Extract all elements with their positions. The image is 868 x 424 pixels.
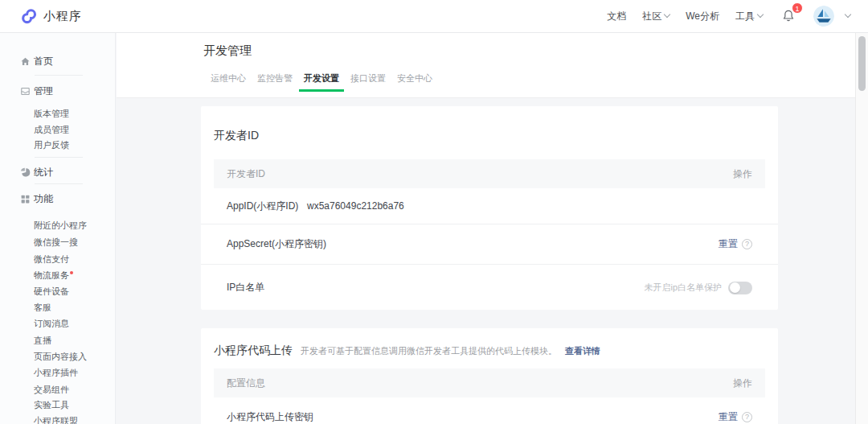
sidebar-item-label: 功能: [34, 192, 53, 206]
nav-tools-label: 工具: [735, 10, 755, 23]
tab-bar: 运维中心 监控告警 开发设置 接口设置 安全中心: [206, 72, 437, 92]
sidebar-item-page-content[interactable]: 页面内容接入: [34, 350, 87, 363]
help-icon[interactable]: ?: [742, 412, 752, 422]
appsecret-label: AppSecret(小程序密钥): [227, 237, 326, 251]
new-feature-dot: [70, 271, 73, 274]
sidebar-item-manage[interactable]: 管理: [20, 84, 53, 98]
sidebar-item-wechat-search[interactable]: 微信搜一搜: [34, 236, 78, 249]
grid-icon: [20, 194, 31, 204]
sidebar-item-features[interactable]: 功能: [20, 191, 53, 206]
notifications-button[interactable]: 1: [781, 9, 796, 23]
sidebar-item-plugin[interactable]: 小程序插件: [34, 366, 78, 379]
table-header-action: 操作: [733, 377, 752, 390]
ip-whitelist-toggle[interactable]: [728, 282, 752, 294]
sidebar-item-customer-service[interactable]: 客服: [34, 301, 51, 314]
sidebar-item-user-feedback[interactable]: 用户反馈: [34, 138, 69, 151]
nav-tools[interactable]: 工具: [733, 10, 765, 23]
sidebar-item-lab-tools[interactable]: 实验工具: [34, 398, 69, 411]
app-logo[interactable]: 小程序: [20, 8, 82, 25]
scrollbar-thumb[interactable]: [858, 36, 866, 91]
screen: 小程序 文档 社区 We分析 工具 1 首页: [0, 0, 868, 424]
nav-we-analytics[interactable]: We分析: [683, 10, 722, 23]
sidebar-item-stats[interactable]: 统计: [20, 165, 53, 179]
sidebar-divider: [35, 183, 83, 184]
sidebar-item-home[interactable]: 首页: [20, 54, 53, 68]
code-upload-title: 小程序代码上传: [214, 342, 293, 358]
tab-ops-center[interactable]: 运维中心: [206, 72, 251, 92]
sidebar-item-label: 统计: [34, 166, 53, 179]
code-upload-table-header: 配置信息 操作: [214, 368, 765, 397]
table-header-left: 开发者ID: [227, 167, 265, 181]
ip-whitelist-status: 未开启ip白名单保护: [644, 282, 722, 294]
code-upload-card: 小程序代码上传 开发者可基于配置信息调用微信开发者工具提供的代码上传模块。 查看…: [201, 328, 778, 424]
chevron-down-icon: [664, 11, 670, 18]
page-title: 开发管理: [203, 43, 252, 59]
sidebar-item-subscribe-message[interactable]: 订阅消息: [34, 317, 69, 330]
miniprogram-logo-icon: [20, 8, 37, 25]
nav-community-label: 社区: [642, 10, 661, 23]
appid-value: wx5a76049c212b6a76: [307, 200, 404, 212]
sidebar-item-trade-component[interactable]: 交易组件: [34, 383, 69, 396]
upload-key-row: 小程序代码上传密钥 重置 ?: [201, 397, 778, 424]
sidebar-item-member-manage[interactable]: 成员管理: [34, 123, 69, 136]
nav-community[interactable]: 社区: [640, 10, 672, 23]
table-header-action: 操作: [733, 167, 752, 181]
tab-dev-settings[interactable]: 开发设置: [299, 72, 344, 92]
sidebar-item-miniprogram-union[interactable]: 小程序联盟: [34, 414, 78, 424]
notification-badge: 1: [792, 2, 803, 14]
top-bar: 小程序 文档 社区 We分析 工具 1: [0, 0, 868, 33]
inbox-icon: [20, 86, 31, 97]
sidebar-item-nearby-miniprogram[interactable]: 附近的小程序: [34, 219, 87, 232]
developer-id-title: 开发者ID: [201, 106, 778, 159]
ip-whitelist-label: IP白名单: [227, 281, 264, 294]
logo-text: 小程序: [43, 9, 82, 24]
tab-security-center[interactable]: 安全中心: [392, 72, 437, 92]
view-details-link[interactable]: 查看详情: [565, 343, 600, 359]
table-header-left: 配置信息: [227, 377, 265, 390]
sidebar-item-version-manage[interactable]: 版本管理: [34, 107, 69, 120]
sidebar-item-live[interactable]: 直播: [34, 334, 51, 347]
appid-label: AppID(小程序ID): [227, 200, 307, 213]
sidebar-item-label: 管理: [34, 84, 53, 98]
sidebar-item-wechat-pay[interactable]: 微信支付: [34, 253, 69, 266]
nav-docs-label: 文档: [607, 10, 626, 23]
sidebar-item-hardware[interactable]: 硬件设备: [34, 285, 69, 298]
sidebar-item-logistics[interactable]: 物流服务: [34, 269, 73, 282]
sidebar-divider: [35, 75, 83, 76]
ip-whitelist-row: IP白名单 未开启ip白名单保护: [201, 265, 778, 311]
appsecret-row: AppSecret(小程序密钥) 重置 ?: [201, 224, 778, 265]
main-content: 开发管理 运维中心 监控告警 开发设置 接口设置 安全中心 开发者ID 开发者I…: [117, 33, 855, 424]
upload-key-label: 小程序代码上传密钥: [227, 410, 313, 424]
tab-api-settings[interactable]: 接口设置: [346, 72, 391, 92]
pie-chart-icon: [20, 167, 31, 178]
top-nav: 文档 社区 We分析 工具 1: [604, 6, 850, 27]
sidebar-item-label: 物流服务: [34, 270, 69, 280]
tab-monitor-alert[interactable]: 监控告警: [252, 72, 297, 92]
chevron-down-icon: [757, 11, 764, 18]
sidebar-divider: [35, 157, 83, 158]
sidebar: 首页 管理 版本管理 成员管理 用户反馈 统计 功能 附近的小程序 微信搜一搜 …: [0, 33, 116, 424]
chevron-down-icon[interactable]: [845, 11, 851, 18]
developer-id-card: 开发者ID 开发者ID 操作 AppID(小程序ID) wx5a76049c21…: [201, 106, 778, 310]
sidebar-item-label: 首页: [34, 55, 53, 68]
upload-key-reset-button[interactable]: 重置: [719, 410, 738, 424]
nav-docs[interactable]: 文档: [604, 10, 628, 23]
code-upload-description: 开发者可基于配置信息调用微信开发者工具提供的代码上传模块。: [301, 343, 557, 359]
avatar[interactable]: [813, 6, 834, 27]
help-icon[interactable]: ?: [742, 239, 752, 249]
home-icon: [20, 56, 31, 67]
appid-row: AppID(小程序ID) wx5a76049c212b6a76: [201, 188, 778, 224]
developer-id-table-header: 开发者ID 操作: [214, 159, 765, 188]
toggle-knob: [730, 282, 740, 293]
nav-we-analytics-label: We分析: [686, 10, 719, 23]
scrollbar: [855, 33, 868, 424]
page-header: 开发管理 运维中心 监控告警 开发设置 接口设置 安全中心: [117, 33, 855, 98]
code-upload-header: 小程序代码上传 开发者可基于配置信息调用微信开发者工具提供的代码上传模块。 查看…: [201, 328, 778, 368]
appsecret-reset-button[interactable]: 重置: [719, 237, 738, 251]
